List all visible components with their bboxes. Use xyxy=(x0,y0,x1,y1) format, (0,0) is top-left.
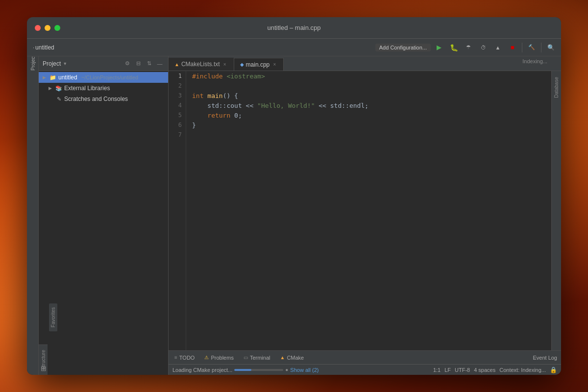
window-title: untitled – main.cpp xyxy=(267,24,320,31)
project-name-label: untitled xyxy=(35,44,54,51)
event-log-button[interactable]: Event Log xyxy=(533,355,557,361)
stop-button[interactable]: ■ xyxy=(506,41,519,54)
line-numbers: 1 2 3 4 5 6 7 xyxy=(169,71,186,350)
line-num-2: 2 xyxy=(169,81,186,91)
loading-text: Loading CMake project... xyxy=(172,367,232,373)
code-line-1: #include <iostream> xyxy=(192,71,551,81)
tab-label-main-cpp: main.cpp xyxy=(246,61,270,68)
profile-button[interactable]: ⏱ xyxy=(477,41,490,54)
code-area[interactable]: #include <iostream> int main () { xyxy=(186,71,551,350)
code-line-5: return 0; xyxy=(192,110,551,120)
indent-setting[interactable]: 4 spaces xyxy=(474,367,495,373)
minimize-button[interactable] xyxy=(45,25,50,31)
token-return: return xyxy=(207,112,230,119)
line-ending[interactable]: LF xyxy=(444,367,451,373)
tab-close-main-cpp[interactable]: × xyxy=(271,62,277,68)
ide-window: untitled – main.cpp · untitled Add Confi… xyxy=(27,17,561,375)
status-bar: Loading CMake project... ● Show all (2) … xyxy=(169,364,561,375)
panel-close-icon[interactable]: — xyxy=(155,59,164,68)
panel-settings-icon[interactable]: ⚙ xyxy=(123,59,132,68)
code-line-4: std::cout << "Hello, World!" << std::end… xyxy=(192,100,551,110)
cursor-position[interactable]: 1:1 xyxy=(433,367,441,373)
code-line-7 xyxy=(192,130,551,140)
tab-main-cpp[interactable]: ◆ main.cpp × xyxy=(234,58,284,71)
tree-item-scratches[interactable]: ▶ ✎ Scratches and Consoles xyxy=(39,94,168,104)
run-button[interactable]: ▶ xyxy=(433,41,445,54)
project-tool-button[interactable]: Project xyxy=(28,58,37,67)
token-brace-close: } xyxy=(192,122,196,129)
favorites-panel-label[interactable]: Favorites xyxy=(49,303,57,331)
cmake-button[interactable]: ▲ xyxy=(491,41,504,54)
show-all-button[interactable]: Show all (2) xyxy=(290,367,318,373)
token-include: #include xyxy=(192,73,223,80)
editor-section: ▲ CMakeLists.txt × ◆ main.cpp × Indexing… xyxy=(169,56,561,375)
cmake-label: CMake xyxy=(287,355,304,361)
tab-cmake[interactable]: ▲ CMake xyxy=(278,351,306,365)
token-main: main xyxy=(207,92,222,99)
project-tree: ▶ 📁 untitled ~/CLionProjects/untitled ▶ … xyxy=(39,71,168,344)
token-indent-5 xyxy=(192,112,207,119)
token-space-1 xyxy=(223,73,227,80)
project-section-label: · xyxy=(31,45,34,50)
folder-icon-untitled: 📁 xyxy=(49,74,56,81)
tab-problems[interactable]: ⚠ Problems xyxy=(202,351,235,365)
editor-container[interactable]: 1 2 3 4 5 6 7 #include xyxy=(169,71,551,350)
code-line-2 xyxy=(192,81,551,91)
todo-icon: ≡ xyxy=(174,355,177,360)
coverage-button[interactable]: ☂ xyxy=(462,41,475,54)
progress-bar-fill xyxy=(234,369,251,371)
cmake-icon: ▲ xyxy=(280,355,285,360)
encoding[interactable]: UTF-8 xyxy=(455,367,470,373)
database-label[interactable]: Database xyxy=(554,77,559,98)
tree-chevron-scratches: ▶ xyxy=(49,97,53,101)
lock-icon[interactable]: 🔒 xyxy=(550,367,557,373)
bottom-tabs: ≡ TODO ⚠ Problems ▭ Terminal ▲ CMake xyxy=(169,350,561,364)
line-num-3: 3 xyxy=(169,91,186,100)
tab-todo[interactable]: ≡ TODO xyxy=(172,351,196,365)
editor-wrapper: 1 2 3 4 5 6 7 #include xyxy=(169,71,561,350)
line-num-6: 6 xyxy=(169,120,186,130)
tree-item-untitled[interactable]: ▶ 📁 untitled ~/CLionProjects/untitled xyxy=(39,72,168,83)
token-iostream: <iostream> xyxy=(226,73,265,80)
terminal-label: Terminal xyxy=(250,355,270,361)
main-content: Project Project ▼ ⚙ ⊟ ⇅ — xyxy=(27,56,561,375)
traffic-lights xyxy=(35,25,60,31)
line-num-5: 5 xyxy=(169,110,186,120)
search-everywhere-button[interactable]: 🔍 xyxy=(544,41,557,54)
scratch-icon: ✎ xyxy=(55,96,62,102)
token-cout: std::cout << xyxy=(192,102,257,109)
tree-path-untitled: ~/CLionProjects/untitled xyxy=(81,74,138,80)
tab-label-cmakelists: CMakeLists.txt xyxy=(181,61,220,68)
tree-item-external-libraries[interactable]: ▶ 📚 External Libraries xyxy=(39,83,168,94)
close-button[interactable] xyxy=(35,25,41,31)
token-parens: () xyxy=(223,92,231,99)
project-panel: Project ▼ ⚙ ⊟ ⇅ — ▶ 📁 untitled xyxy=(39,56,169,375)
tab-terminal[interactable]: ▭ Terminal xyxy=(242,351,272,365)
tab-cmakelists[interactable]: ▲ CMakeLists.txt × xyxy=(169,58,234,71)
event-log-label: Event Log xyxy=(533,355,557,361)
panel-title-label: Project xyxy=(43,60,61,67)
context-info: Context: Indexing... xyxy=(499,367,546,373)
cpp-tab-icon: ◆ xyxy=(240,62,244,67)
maximize-button[interactable] xyxy=(54,25,60,31)
token-endl: << std::endl; xyxy=(315,102,368,109)
panel-dropdown-arrow[interactable]: ▼ xyxy=(63,61,67,66)
build-button[interactable]: 🔨 xyxy=(525,41,538,54)
library-icon: 📚 xyxy=(55,85,62,92)
add-configuration-button[interactable]: Add Configuration... xyxy=(375,44,431,51)
line-num-4: 4 xyxy=(169,100,186,110)
line-num-7: 7 xyxy=(169,130,186,140)
tab-close-cmakelists[interactable]: × xyxy=(222,61,228,67)
tabs-row: ▲ CMakeLists.txt × ◆ main.cpp × Indexing… xyxy=(169,56,561,71)
tree-label-untitled: untitled xyxy=(58,74,77,81)
tree-label-external-libraries: External Libraries xyxy=(64,85,110,92)
token-space-2 xyxy=(203,92,207,99)
debug-button[interactable]: 🐛 xyxy=(447,41,460,54)
title-bar: untitled – main.cpp xyxy=(27,17,561,39)
bottom-left-grid-icon[interactable]: ⊞ xyxy=(41,365,47,372)
progress-bar xyxy=(234,369,283,371)
code-line-3: int main () { xyxy=(192,91,551,100)
panel-sort-icon[interactable]: ⇅ xyxy=(145,59,153,68)
panel-collapse-icon[interactable]: ⊟ xyxy=(134,59,143,68)
problems-label: Problems xyxy=(211,355,233,361)
